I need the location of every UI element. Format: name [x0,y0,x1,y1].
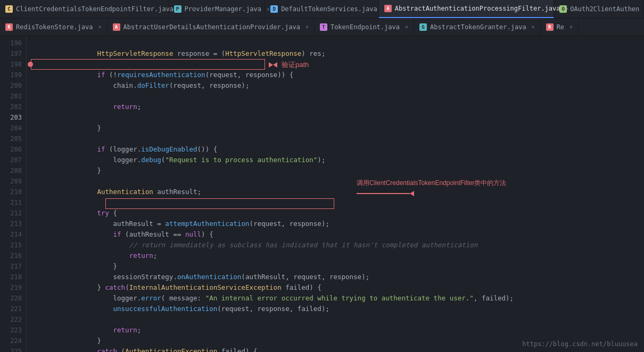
ln-198: 198 [4,59,22,70]
code-line-204 [27,123,644,133]
code-line-205: if (logger.isDebugEnabled()) { [27,133,644,144]
tab-close-abstractuser[interactable]: × [306,24,309,30]
ln-218: 218 [4,272,22,282]
tab-icon-provider: P [174,5,181,13]
tab-label-client: ClientCredentialsTokenEndpointFilter.jav… [16,5,174,13]
ln-200: 200 [4,80,22,91]
code-line-208 [27,165,644,176]
tab-client[interactable]: C ClientCredentialsTokenEndpointFilter.j… [0,0,169,18]
tab-icon-default: D [270,5,278,13]
tab-label-abstracttoken: AbstractTokenGranter.java [430,23,526,31]
ln-223: 223 [4,325,22,336]
tab-default[interactable]: D DefaultTokenServices.java × [265,0,379,18]
code-line-219: logger.error( message: "An internal erro… [27,282,644,293]
tab-close-re[interactable]: × [569,24,573,30]
tab-close-abstracttoken[interactable]: × [532,24,535,30]
tab-label-re: Re [557,23,564,31]
ln-206: 206 [4,144,22,155]
ln-219: 219 [4,282,22,293]
code-line-198: if (!requiresAuthentication(request, res… [27,59,644,70]
tab-bar-top: C ClientCredentialsTokenEndpointFilter.j… [0,0,644,19]
code-line-221 [27,304,644,314]
ln-215: 215 [4,240,22,250]
annotation-text-1: 验证path [282,60,309,70]
tab-icon-abstract: A [384,5,392,12]
tab-abstractuser[interactable]: A AbstractUserDetailsAuthenticationProvi… [108,19,315,35]
tab-icon-redis: R [5,23,13,31]
code-line-200 [27,80,644,91]
ln-208: 208 [4,165,22,176]
tab-close-redis[interactable]: × [98,24,102,30]
ln-212: 212 [4,208,22,219]
code-line-216: } [27,250,644,261]
tab-bar-second: R RedisTokenStore.java × A AbstractUserD… [0,19,644,36]
code-line-215: return; [27,240,644,250]
tab-label-abstract: AbstractAuthenticationProcessingFilter.j… [395,5,560,12]
tab-icon-client: C [5,5,13,13]
ln-196: 196 [4,38,22,48]
code-line-199: chain.doFilter(request, response); [27,70,644,80]
code-line-207: } [27,155,644,165]
code-line-197 [27,48,644,59]
code-line-214: // return immediately as subclass has in… [27,229,644,240]
tab-oauth2[interactable]: O OAuth2ClientAuthen × [554,0,644,18]
ln-209: 209 [4,176,22,187]
ln-204: 204 [4,123,22,133]
code-line-225: // Authentication failed [27,346,644,352]
code-line-217: sessionStrategy.onAuthentication(authRes… [27,261,644,272]
code-line-201: return; [27,91,644,102]
ln-207: 207 [4,155,22,165]
ln-199: 199 [4,70,22,80]
line-numbers: 196 197 198 199 200 201 202 203 204 205 … [0,36,27,352]
tab-close-token[interactable]: × [405,24,408,30]
ln-202: 202 [4,102,22,112]
code-line-224: catch (AuthenticationException failed) { [27,336,644,346]
code-line-213: if (authResult == null) { [27,219,644,229]
tab-redis[interactable]: R RedisTokenStore.java × [0,19,108,35]
code-line-222: return; [27,314,644,325]
ln-222: 222 [4,314,22,325]
code-line-209: Authentication authResult; [27,176,644,187]
code-line-218: } catch(InternalAuthenticationServiceExc… [27,272,644,282]
tab-token[interactable]: T TokenEndpoint.java × [315,19,414,35]
editor-area: 196 197 198 199 200 201 202 203 204 205 … [0,36,644,352]
code-line-196: HttpServletResponse response = (HttpServ… [27,38,644,48]
code-content[interactable]: HttpServletResponse response = (HttpServ… [27,36,644,352]
tab-label-token: TokenEndpoint.java [331,23,400,31]
code-line-206: logger.debug("Request is to process auth… [27,144,644,155]
tab-label-default: DefaultTokenServices.java [281,5,377,13]
breakpoint-dot [28,62,33,67]
ln-197: 197 [4,48,22,59]
code-line-220: unsuccessfulAuthentication(request, resp… [27,293,644,304]
arrow-annotation-2: 调用ClientCredentialsTokenEndpointFilter类中… [357,179,506,196]
tab-icon-abstractuser: A [113,23,120,31]
tab-icon-abstracttoken: G [419,23,427,31]
ln-213: 213 [4,219,22,229]
tab-label-provider: ProviderManager.java [185,5,262,13]
tab-icon-token: T [320,23,327,31]
ln-225: 225 [4,346,22,352]
arrow-annotation-1: 验证path [269,60,309,70]
ln-203: 203 [4,112,22,123]
tab-icon-re: R [546,23,554,31]
code-line-211: try { [27,197,644,208]
tab-label-abstractuser: AbstractUserDetailsAuthenticationProvide… [123,23,300,31]
code-line-212: authResult = attemptAuthentication(reque… [27,208,644,219]
annotation-text-2: 调用ClientCredentialsTokenEndpointFilter类中… [357,179,506,188]
ln-224: 224 [4,336,22,346]
tab-provider[interactable]: P ProviderManager.java × [169,0,266,18]
tab-re[interactable]: R Re × [541,19,579,35]
code-line-223: } [27,325,644,336]
ln-216: 216 [4,250,22,261]
code-line-210 [27,187,644,197]
tab-abstracttoken[interactable]: G AbstractTokenGranter.java × [414,19,541,35]
ln-205: 205 [4,133,22,144]
tab-label-redis: RedisTokenStore.java [16,23,93,31]
code-line-202 [27,102,644,112]
tab-icon-oauth2: O [559,5,567,13]
ln-221: 221 [4,304,22,314]
tab-abstract[interactable]: A AbstractAuthenticationProcessingFilter… [379,0,554,18]
editor-window: C ClientCredentialsTokenEndpointFilter.j… [0,0,644,352]
ln-220: 220 [4,293,22,304]
ln-211: 211 [4,197,22,208]
